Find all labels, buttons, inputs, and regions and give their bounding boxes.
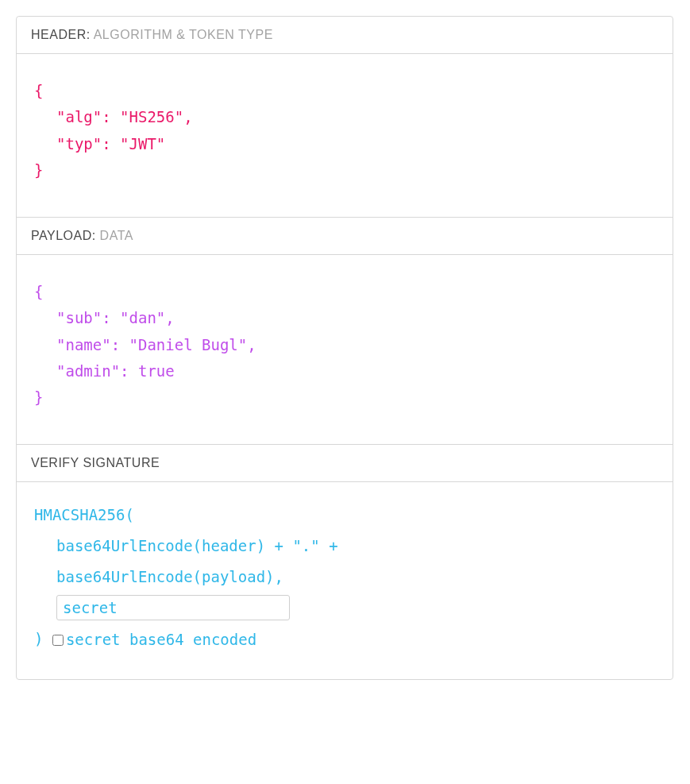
code-line: base64UrlEncode(payload),: [34, 562, 655, 593]
payload-section-title: PAYLOAD: DATA: [17, 218, 673, 255]
code-line: base64UrlEncode(header) + "." +: [34, 531, 655, 562]
header-label-light: ALGORITHM & TOKEN TYPE: [94, 28, 273, 41]
code-line: {: [34, 279, 655, 305]
jwt-decoded-panel: HEADER: ALGORITHM & TOKEN TYPE { "alg": …: [16, 16, 673, 680]
secret-input[interactable]: [56, 595, 290, 620]
code-line: "admin": true: [34, 358, 655, 384]
close-paren: ): [34, 630, 52, 647]
code-line: "typ": "JWT": [34, 131, 655, 157]
signature-code-block: HMACSHA256( base64UrlEncode(header) + ".…: [17, 482, 673, 679]
signature-label-dark: VERIFY SIGNATURE: [31, 456, 160, 469]
code-line: }: [34, 157, 655, 183]
signature-section-title: VERIFY SIGNATURE: [17, 445, 673, 482]
secret-input-row: [34, 593, 655, 624]
secret-base64-label: secret base64 encoded: [66, 624, 256, 655]
payload-label-dark: PAYLOAD:: [31, 229, 96, 242]
header-label-dark: HEADER:: [31, 28, 91, 41]
secret-base64-checkbox[interactable]: [52, 635, 64, 646]
code-line: {: [34, 78, 655, 104]
code-line: "name": "Daniel Bugl",: [34, 332, 655, 358]
code-line: HMACSHA256(: [34, 500, 655, 531]
payload-code-block[interactable]: { "sub": "dan", "name": "Daniel Bugl", "…: [17, 255, 673, 445]
header-section-title: HEADER: ALGORITHM & TOKEN TYPE: [17, 17, 673, 54]
code-line-close: ) secret base64 encoded: [34, 624, 655, 655]
code-line: "sub": "dan",: [34, 305, 655, 331]
code-line: "alg": "HS256",: [34, 104, 655, 130]
code-line: }: [34, 384, 655, 411]
header-code-block[interactable]: { "alg": "HS256", "typ": "JWT" }: [17, 54, 673, 218]
payload-label-light: DATA: [100, 229, 133, 242]
